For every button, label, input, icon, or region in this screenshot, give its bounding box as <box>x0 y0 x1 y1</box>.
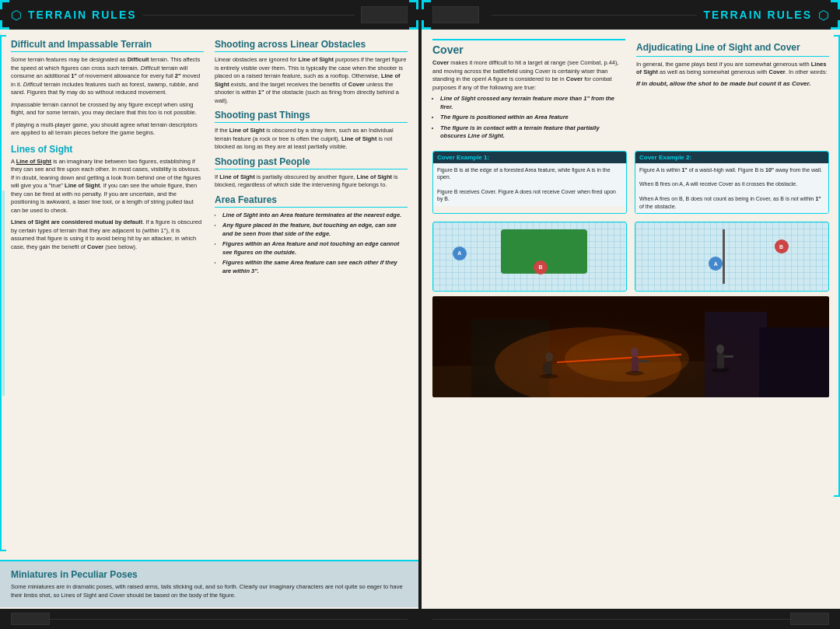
area-features-list: Line of Sight into an Area feature termi… <box>215 211 408 276</box>
left-sidebar-deco <box>0 35 6 551</box>
miniatures-text: Some miniatures are in dramatic poses, w… <box>11 583 408 599</box>
left-page: ⬡ TERRAIN RULES Difficult and Impassable… <box>0 0 418 629</box>
miniatures-section: Miniatures in Peculiar Poses Some miniat… <box>0 560 418 607</box>
left-header-title: TERRAIN RULES <box>28 9 137 21</box>
cover-example-1: Cover Example 1: Figure B is at the edge… <box>432 151 627 215</box>
token-b-diagram2: B <box>775 239 789 253</box>
right-header: TERRAIN RULES ⬡ <box>422 0 840 30</box>
header-icon-right: ⬡ <box>818 8 829 23</box>
right-top-cols: Cover Cover makes it more difficult to h… <box>432 39 829 143</box>
game-scene-image <box>432 296 829 397</box>
example2-header: Cover Example 2: <box>635 152 828 163</box>
area-features-title: Area Features <box>215 194 408 208</box>
right-bottom-bar <box>422 609 840 629</box>
diagram-1: A B <box>432 222 627 292</box>
header-icon-left: ⬡ <box>11 8 22 23</box>
grid-2 <box>635 222 828 291</box>
cover-bullet-2: The figure is positioned within an Area … <box>440 114 625 122</box>
area-bullet-3: Figures within an Area feature and not t… <box>222 240 408 257</box>
right-content: Cover Cover makes it more difficult to h… <box>422 30 840 624</box>
left-header: ⬡ TERRAIN RULES <box>0 0 418 30</box>
cover-text: Cover makes it more difficult to hit a t… <box>432 59 625 92</box>
area-bullet-4: Figures within the same Area feature can… <box>222 259 408 275</box>
difficult-terrain-text1: Some terrain features may be designated … <box>11 56 204 97</box>
cover-col: Cover Cover makes it more difficult to h… <box>432 39 625 143</box>
svg-rect-21 <box>432 296 829 397</box>
left-content: Difficult and Impassable Terrain Some te… <box>0 30 418 624</box>
shooting-linear-title: Shooting across Linear Obstacles <box>215 39 408 52</box>
left-col1: Difficult and Impassable Terrain Some te… <box>11 39 204 600</box>
shooting-things-text: If the Line of Sight is obscured by a st… <box>215 127 408 152</box>
diagram-2: A B <box>635 222 829 292</box>
cover-bullet-3: The figure is in contact with a terrain … <box>440 124 625 141</box>
example-boxes: Cover Example 1: Figure B is at the edge… <box>432 151 829 215</box>
right-header-title: TERRAIN RULES <box>703 9 812 21</box>
miniatures-title: Miniatures in Peculiar Poses <box>11 569 408 580</box>
shooting-people-title: Shooting past People <box>215 156 408 169</box>
lines-of-sight-title: Lines of Sight <box>11 144 204 155</box>
example1-header: Cover Example 1: <box>433 152 626 163</box>
los-text1: A Line of Sight is an imaginary line bet… <box>11 158 204 215</box>
adjudicating-quote: If in doubt, allow the shot to be made b… <box>636 80 829 87</box>
cover-example-2: Cover Example 2: Figure A is within 1" o… <box>635 151 829 215</box>
adjudicating-col: Adjudicating Line of Sight and Cover In … <box>636 39 829 143</box>
shooting-people-text: If Line of Sight is partially obscured b… <box>215 173 408 190</box>
right-page: TERRAIN RULES ⬡ Cover Cover makes it mor… <box>422 0 840 629</box>
token-a-diagram1: A <box>453 246 467 260</box>
shooting-things-title: Shooting past Things <box>215 110 408 123</box>
token-b-diagram1: B <box>534 260 548 274</box>
difficult-terrain-text2: Impassable terrain cannot be crossed by … <box>11 101 204 117</box>
adjudicating-title: Adjudicating Line of Sight and Cover <box>636 42 829 57</box>
wall-line <box>723 229 725 284</box>
game-scene-svg <box>432 296 829 397</box>
cover-bullet-1: Line of Sight crossed any terrain featur… <box>440 95 625 111</box>
los-text2: Lines of Sight are considered mutual by … <box>11 218 204 251</box>
difficult-terrain-title: Difficult and Impassable Terrain <box>11 39 204 52</box>
difficult-terrain-text3: If playing a multi-player game, you shou… <box>11 121 204 138</box>
diagrams-row: A B A B <box>432 222 829 292</box>
example2-body: Figure A is within 1" of a waist-high wa… <box>635 163 828 214</box>
shooting-linear-text: Linear obstacles are ignored for Line of… <box>215 56 408 105</box>
cover-bullets: Line of Sight crossed any terrain featur… <box>432 95 625 141</box>
left-bottom-bar <box>0 609 418 629</box>
area-bullet-2: Any figure placed in the feature, but to… <box>222 222 408 238</box>
area-bullet-1: Line of Sight into an Area feature termi… <box>222 211 408 220</box>
example1-body: Figure B is at the edge of a forested Ar… <box>433 163 626 206</box>
cover-title: Cover <box>432 44 625 56</box>
right-margin-deco <box>834 35 840 497</box>
left-col2: Shooting across Linear Obstacles Linear … <box>215 39 408 600</box>
adjudicating-text: In general, the game plays best if you a… <box>636 61 829 77</box>
